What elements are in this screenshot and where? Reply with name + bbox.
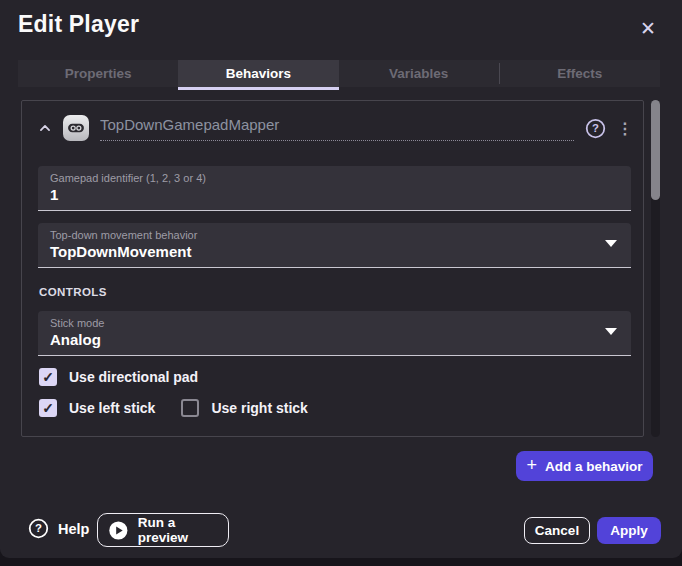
run-preview-label: Run a preview — [138, 515, 228, 545]
stick-mode-label: Stick mode — [50, 317, 619, 329]
stick-checkbox-row: ✓ Use left stick ✓ Use right stick — [39, 398, 308, 418]
behavior-header: TopDownGamepadMapper ? ⋮ — [38, 111, 631, 145]
cancel-button[interactable]: Cancel — [524, 517, 590, 544]
tab-bar: Properties Behaviors Variables Effects — [18, 60, 660, 87]
controls-section-label: CONTROLS — [39, 286, 107, 298]
behavior-panel: TopDownGamepadMapper ? ⋮ Gamepad identif… — [21, 100, 644, 437]
use-left-stick-label: Use left stick — [69, 400, 155, 416]
svg-text:?: ? — [592, 122, 599, 134]
tab-variables[interactable]: Variables — [339, 60, 499, 87]
play-icon — [108, 520, 129, 541]
use-right-stick-label: Use right stick — [211, 400, 307, 416]
dropdown-arrow-icon — [605, 328, 617, 335]
check-icon: ✓ — [42, 370, 54, 384]
help-icon: ? — [28, 518, 49, 539]
behavior-name-field[interactable]: TopDownGamepadMapper — [100, 116, 574, 141]
tab-behaviors[interactable]: Behaviors — [178, 60, 338, 87]
behavior-menu-icon[interactable]: ⋮ — [617, 119, 631, 138]
stick-mode-select[interactable]: Stick mode Analog — [38, 311, 631, 356]
scrollbar-thumb[interactable] — [651, 100, 660, 200]
help-button[interactable]: ? Help — [28, 518, 89, 539]
close-icon[interactable]: ✕ — [636, 17, 660, 41]
run-preview-button[interactable]: Run a preview — [97, 513, 229, 547]
use-directional-pad-checkbox[interactable]: ✓ — [39, 368, 57, 386]
tab-effects[interactable]: Effects — [500, 60, 660, 87]
tab-properties[interactable]: Properties — [18, 60, 178, 87]
gamepad-identifier-field[interactable]: Gamepad identifier (1, 2, 3 or 4) 1 — [38, 166, 631, 211]
dropdown-arrow-icon — [605, 240, 617, 247]
directional-pad-row: ✓ Use directional pad — [39, 367, 198, 387]
behavior-help-icon[interactable]: ? — [585, 118, 606, 139]
scrollbar-track[interactable] — [651, 100, 660, 437]
help-label: Help — [58, 521, 89, 537]
svg-text:?: ? — [35, 522, 42, 534]
use-left-stick-checkbox[interactable]: ✓ — [39, 399, 57, 417]
edit-player-dialog: Edit Player ✕ Properties Behaviors Varia… — [0, 0, 682, 558]
gamepad-identifier-label: Gamepad identifier (1, 2, 3 or 4) — [50, 172, 619, 184]
use-right-stick-checkbox[interactable]: ✓ — [181, 399, 199, 417]
dialog-title: Edit Player — [18, 11, 139, 38]
movement-behavior-select[interactable]: Top-down movement behavior TopDownMoveme… — [38, 223, 631, 268]
use-directional-pad-label: Use directional pad — [69, 369, 198, 385]
check-icon: ✓ — [42, 401, 54, 415]
gamepad-identifier-value: 1 — [50, 186, 619, 203]
movement-behavior-value: TopDownMovement — [50, 243, 619, 260]
apply-button[interactable]: Apply — [597, 517, 661, 544]
gamepad-behavior-icon — [63, 115, 89, 141]
plus-icon: + — [526, 456, 537, 474]
stick-mode-value: Analog — [50, 331, 619, 348]
movement-behavior-label: Top-down movement behavior — [50, 229, 619, 241]
collapse-chevron-up-icon[interactable] — [38, 121, 52, 135]
add-behavior-button[interactable]: + Add a behavior — [516, 451, 653, 481]
add-behavior-label: Add a behavior — [545, 459, 643, 474]
